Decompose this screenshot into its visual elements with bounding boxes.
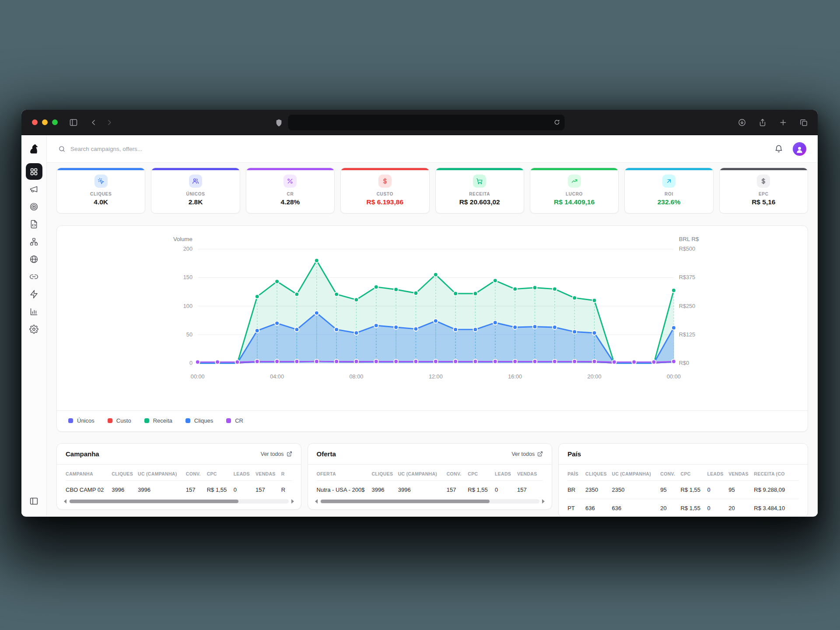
cr-dot[interactable]: [533, 359, 537, 364]
scrollbar-thumb[interactable]: [321, 500, 490, 503]
cr-dot[interactable]: [612, 360, 616, 364]
scroll-left-icon[interactable]: [64, 499, 66, 504]
cliques-dot[interactable]: [592, 331, 597, 335]
horizontal-scrollbar[interactable]: [315, 499, 545, 504]
sidebar-collapse-button[interactable]: [26, 493, 42, 509]
receita-dot[interactable]: [414, 291, 418, 295]
column-header[interactable]: CPC: [207, 466, 234, 481]
cliques-dot[interactable]: [255, 329, 259, 333]
table-row[interactable]: Nutra - USA - 200$39963996157R$ 1,550157: [317, 481, 543, 499]
zoom-window-button[interactable]: [52, 119, 58, 125]
column-header[interactable]: R: [281, 466, 292, 481]
column-header[interactable]: CLIQUES: [112, 466, 138, 481]
receita-dot[interactable]: [533, 286, 537, 290]
cr-dot[interactable]: [434, 359, 438, 364]
column-header[interactable]: VENDAS: [256, 466, 281, 481]
user-avatar[interactable]: [793, 142, 806, 156]
column-header[interactable]: VENDAS: [728, 466, 754, 481]
sidebar-item-dashboard[interactable]: [26, 163, 42, 180]
cr-dot[interactable]: [394, 359, 398, 364]
close-window-button[interactable]: [32, 119, 38, 125]
column-header[interactable]: CONV.: [186, 466, 207, 481]
column-header[interactable]: CLIQUES: [585, 466, 612, 481]
sidebar-item-domains[interactable]: [26, 251, 42, 267]
receita-dot[interactable]: [434, 273, 438, 277]
forward-icon[interactable]: [105, 118, 114, 127]
legend-item-cr[interactable]: CR: [226, 417, 243, 424]
receita-dot[interactable]: [553, 287, 557, 291]
minimize-window-button[interactable]: [42, 119, 48, 125]
receita-dot[interactable]: [334, 292, 339, 297]
table-row[interactable]: PT63663620R$ 1,55020R$ 3.484,10: [567, 499, 799, 517]
cliques-dot[interactable]: [295, 327, 299, 332]
cliques-dot[interactable]: [275, 321, 279, 326]
table-row[interactable]: BR2350235095R$ 1,55095R$ 9.288,09: [567, 481, 799, 499]
receita-dot[interactable]: [295, 292, 299, 297]
column-header[interactable]: CLIQUES: [371, 466, 398, 481]
sidebar-item-landing-pages[interactable]: [26, 216, 42, 232]
notifications-bell-icon[interactable]: [774, 144, 783, 153]
cliques-dot[interactable]: [493, 321, 497, 325]
column-header[interactable]: CONV.: [447, 466, 468, 481]
column-header[interactable]: RECEITA (CO: [754, 466, 799, 481]
search-input[interactable]: [70, 146, 254, 152]
kpi-card-epc[interactable]: EPCR$ 5,16: [719, 168, 808, 214]
receita-dot[interactable]: [275, 279, 279, 284]
scroll-right-icon[interactable]: [542, 499, 545, 504]
cr-dot[interactable]: [513, 359, 517, 364]
cliques-dot[interactable]: [434, 319, 438, 323]
horizontal-scrollbar[interactable]: [64, 499, 294, 504]
cr-dot[interactable]: [592, 359, 597, 364]
cliques-dot[interactable]: [533, 325, 537, 329]
table-row[interactable]: CBO CAMP 0239963996157R$ 1,550157R: [66, 481, 292, 499]
address-bar[interactable]: [288, 115, 565, 130]
cr-dot[interactable]: [275, 359, 279, 364]
receita-dot[interactable]: [255, 294, 259, 299]
ver-todos-link[interactable]: Ver todos: [511, 451, 543, 457]
cr-dot[interactable]: [414, 359, 418, 364]
receita-dot[interactable]: [394, 287, 398, 292]
reload-icon[interactable]: [554, 119, 560, 126]
column-header[interactable]: VENDAS: [517, 466, 543, 481]
new-tab-icon[interactable]: [779, 118, 788, 127]
column-header[interactable]: PAÍS: [567, 466, 585, 481]
receita-dot[interactable]: [572, 296, 577, 300]
kpi-card-custo[interactable]: CUSTOR$ 6.193,86: [340, 168, 429, 214]
cr-dot[interactable]: [652, 360, 656, 364]
ver-todos-link[interactable]: Ver todos: [261, 451, 292, 457]
cliques-dot[interactable]: [672, 326, 676, 330]
cliques-dot[interactable]: [374, 323, 378, 328]
legend-item-receita[interactable]: Receita: [144, 417, 172, 424]
sidebar-item-links[interactable]: [26, 268, 42, 285]
column-header[interactable]: UC (CAMPANHA): [138, 466, 186, 481]
receita-dot[interactable]: [513, 287, 517, 291]
sidebar-item-reports[interactable]: [26, 303, 42, 320]
scrollbar-track[interactable]: [320, 499, 540, 504]
browser-sidebar-toggle-icon[interactable]: [69, 118, 78, 127]
receita-dot[interactable]: [672, 288, 676, 293]
sidebar-item-settings[interactable]: [26, 321, 42, 337]
receita-dot[interactable]: [493, 278, 497, 283]
receita-dot[interactable]: [453, 291, 458, 296]
cr-dot[interactable]: [196, 360, 200, 364]
cr-dot[interactable]: [215, 360, 220, 364]
cr-dot[interactable]: [632, 360, 636, 364]
scroll-right-icon[interactable]: [291, 499, 294, 504]
scroll-left-icon[interactable]: [315, 499, 318, 504]
sidebar-item-funnels[interactable]: [26, 233, 42, 250]
receita-dot[interactable]: [374, 285, 378, 289]
cr-dot[interactable]: [295, 359, 299, 364]
column-header[interactable]: CONV.: [660, 466, 680, 481]
kpi-card-cliques[interactable]: CLIQUES4.0K: [56, 168, 145, 214]
cliques-dot[interactable]: [394, 325, 398, 329]
column-header[interactable]: LEADS: [707, 466, 729, 481]
sidebar-item-offers[interactable]: [26, 198, 42, 215]
cliques-dot[interactable]: [473, 327, 478, 332]
kpi-card-roi[interactable]: ROI232.6%: [624, 168, 713, 214]
column-header[interactable]: CPC: [468, 466, 495, 481]
sidebar-item-integrations[interactable]: [26, 286, 42, 302]
cliques-dot[interactable]: [315, 311, 319, 315]
cr-dot[interactable]: [235, 360, 240, 364]
share-icon[interactable]: [758, 118, 767, 127]
cr-dot[interactable]: [572, 359, 577, 364]
